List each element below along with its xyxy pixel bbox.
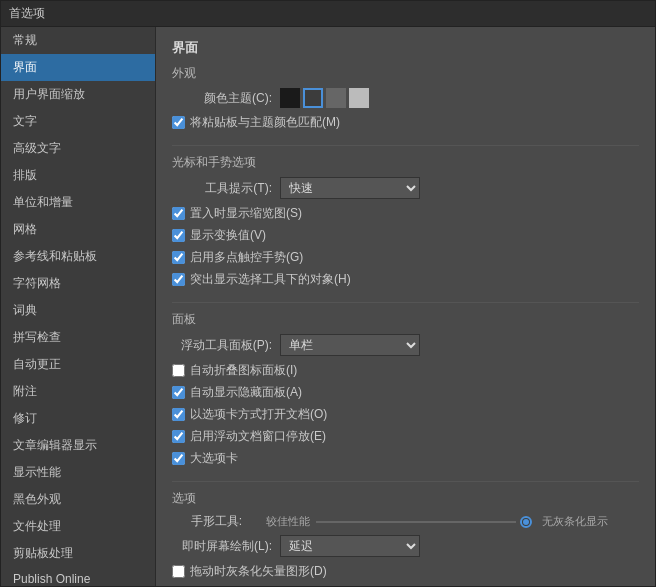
section-title: 界面 xyxy=(172,39,639,57)
options-section: 选项 手形工具: 较佳性能 无灰条化显示 即时屏幕绘制(L): 延迟 立即 xyxy=(172,490,639,580)
sidebar-item-general[interactable]: 常规 xyxy=(1,27,155,54)
sidebar-item-text[interactable]: 文字 xyxy=(1,108,155,135)
sidebar-item-spell-check[interactable]: 拼写检查 xyxy=(1,324,155,351)
panel-option-3: 以选项卡方式打开文档(O) xyxy=(172,406,639,423)
cursor-option-4: 突出显示选择工具下的对象(H) xyxy=(172,271,639,288)
sidebar-item-display-perf[interactable]: 显示性能 xyxy=(1,459,155,486)
sidebar-item-track-changes[interactable]: 修订 xyxy=(1,405,155,432)
hand-tool-slider[interactable] xyxy=(316,521,516,523)
window-title: 首选项 xyxy=(9,6,45,20)
sidebar-item-grid[interactable]: 网格 xyxy=(1,216,155,243)
sidebar-item-auto-correct[interactable]: 自动更正 xyxy=(1,351,155,378)
open-as-tab-checkbox[interactable] xyxy=(172,408,185,421)
auto-show-hidden-checkbox[interactable] xyxy=(172,386,185,399)
panels-section: 面板 浮动工具面板(P): 单栏 双栏 自动折叠图标面板(I) xyxy=(172,311,639,467)
drag-gray-row: 拖动时灰条化矢量图形(D) xyxy=(172,563,639,580)
sidebar-item-layout[interactable]: 排版 xyxy=(1,162,155,189)
preferences-window: 首选项 常规界面用户界面缩放文字高级文字排版单位和增量网格参考线和粘贴板字符网格… xyxy=(0,0,656,587)
options-title: 选项 xyxy=(172,490,639,507)
sidebar-item-publish-online[interactable]: Publish Online xyxy=(1,567,155,586)
theme-black-swatch[interactable] xyxy=(280,88,300,108)
hand-tool-label: 手形工具: xyxy=(172,513,242,530)
match-theme-row: 将粘贴板与主题颜色匹配(M) xyxy=(172,114,639,131)
sidebar-item-interface[interactable]: 界面 xyxy=(1,54,155,81)
sidebar: 常规界面用户界面缩放文字高级文字排版单位和增量网格参考线和粘贴板字符网格词典拼写… xyxy=(1,27,156,586)
show-thumbnail-checkbox[interactable] xyxy=(172,207,185,220)
cursor-gesture-section: 光标和手势选项 工具提示(T): 快速 正常 无 置入时显示缩览图(S) xyxy=(172,154,639,288)
drag-gray-checkbox[interactable] xyxy=(172,565,185,578)
sidebar-item-black-appearance[interactable]: 黑色外观 xyxy=(1,486,155,513)
tooltip-row: 工具提示(T): 快速 正常 无 xyxy=(172,177,639,199)
title-bar: 首选项 xyxy=(1,1,655,27)
sidebar-item-clipboard[interactable]: 剪贴板处理 xyxy=(1,540,155,567)
sidebar-item-file-handling[interactable]: 文件处理 xyxy=(1,513,155,540)
floating-dock-checkbox[interactable] xyxy=(172,430,185,443)
cursor-option-3: 启用多点触控手势(G) xyxy=(172,249,639,266)
performance-label: 较佳性能 xyxy=(250,514,310,529)
tooltip-select[interactable]: 快速 正常 无 xyxy=(280,177,420,199)
panel-option-5: 大选项卡 xyxy=(172,450,639,467)
main-panel: 界面 外观 颜色主题(C): 将粘贴板与主题颜色匹配(M) xyxy=(156,27,655,586)
instant-preview-row: 即时屏幕绘制(L): 延迟 立即 xyxy=(172,535,639,557)
theme-medium-swatch[interactable] xyxy=(326,88,346,108)
floating-panel-label: 浮动工具面板(P): xyxy=(172,337,272,354)
highlight-object-checkbox[interactable] xyxy=(172,273,185,286)
instant-preview-select[interactable]: 延迟 立即 xyxy=(280,535,420,557)
no-gray-label: 无灰条化显示 xyxy=(542,514,608,529)
large-tabs-checkbox[interactable] xyxy=(172,452,185,465)
cursor-gesture-title: 光标和手势选项 xyxy=(172,154,639,171)
theme-dark-swatch[interactable] xyxy=(303,88,323,108)
panel-option-1: 自动折叠图标面板(I) xyxy=(172,362,639,379)
color-theme-label: 颜色主题(C): xyxy=(172,90,272,107)
sidebar-item-story-editor[interactable]: 文章编辑器显示 xyxy=(1,432,155,459)
tooltip-label: 工具提示(T): xyxy=(172,180,272,197)
sidebar-item-advanced-text[interactable]: 高级文字 xyxy=(1,135,155,162)
floating-panel-select[interactable]: 单栏 双栏 xyxy=(280,334,420,356)
panel-option-2: 自动显示隐藏面板(A) xyxy=(172,384,639,401)
sidebar-item-guides[interactable]: 参考线和粘贴板 xyxy=(1,243,155,270)
show-transform-checkbox[interactable] xyxy=(172,229,185,242)
sidebar-item-ui-scale[interactable]: 用户界面缩放 xyxy=(1,81,155,108)
appearance-title: 外观 xyxy=(172,65,639,82)
color-theme-row: 颜色主题(C): xyxy=(172,88,639,108)
match-theme-checkbox[interactable] xyxy=(172,116,185,129)
cursor-option-1: 置入时显示缩览图(S) xyxy=(172,205,639,222)
auto-collapse-checkbox[interactable] xyxy=(172,364,185,377)
match-theme-label[interactable]: 将粘贴板与主题颜色匹配(M) xyxy=(172,114,340,131)
color-themes xyxy=(280,88,369,108)
cursor-option-2: 显示变换值(V) xyxy=(172,227,639,244)
sidebar-item-dictionary[interactable]: 词典 xyxy=(1,297,155,324)
appearance-section: 外观 颜色主题(C): 将粘贴板与主题颜色匹配(M) xyxy=(172,65,639,131)
hand-tool-row: 手形工具: 较佳性能 无灰条化显示 xyxy=(172,513,639,530)
floating-panel-row: 浮动工具面板(P): 单栏 双栏 xyxy=(172,334,639,356)
panels-title: 面板 xyxy=(172,311,639,328)
content-area: 常规界面用户界面缩放文字高级文字排版单位和增量网格参考线和粘贴板字符网格词典拼写… xyxy=(1,27,655,586)
instant-preview-label: 即时屏幕绘制(L): xyxy=(172,538,272,555)
panel-option-4: 启用浮动文档窗口停放(E) xyxy=(172,428,639,445)
radio-no-gray[interactable] xyxy=(520,516,532,528)
multitouch-checkbox[interactable] xyxy=(172,251,185,264)
sidebar-item-notes[interactable]: 附注 xyxy=(1,378,155,405)
theme-light-swatch[interactable] xyxy=(349,88,369,108)
sidebar-item-char-grid[interactable]: 字符网格 xyxy=(1,270,155,297)
sidebar-item-units[interactable]: 单位和增量 xyxy=(1,189,155,216)
